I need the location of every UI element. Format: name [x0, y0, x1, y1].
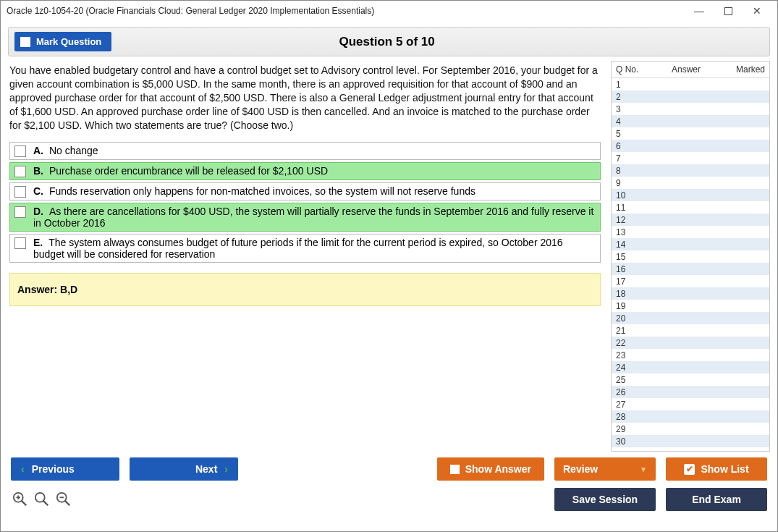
svg-line-7	[65, 501, 69, 505]
zoom-in-icon[interactable]	[12, 491, 28, 507]
list-row[interactable]: 8	[612, 164, 769, 177]
show-list-button[interactable]: ✔ Show List	[666, 457, 767, 481]
list-row[interactable]: 13	[612, 226, 769, 238]
mark-question-label: Mark Question	[36, 36, 101, 47]
list-row[interactable]: 22	[612, 337, 769, 349]
option-text: B. Purchase order encumbrance will be re…	[33, 165, 328, 177]
chevron-right-icon: ›	[224, 463, 228, 475]
col-answer-header: Answer	[651, 64, 722, 75]
list-row[interactable]: 11	[612, 201, 769, 214]
close-button[interactable]: ✕	[743, 2, 771, 20]
svg-line-1	[22, 501, 26, 505]
previous-button[interactable]: ‹ Previous	[11, 457, 119, 481]
option-row[interactable]: D. As there are cancellations for $400 U…	[9, 203, 601, 232]
list-row[interactable]: 14	[612, 238, 769, 250]
list-row[interactable]: 19	[612, 300, 769, 312]
mid-area: You have enabled budgetary control and h…	[8, 61, 770, 452]
option-checkbox[interactable]	[14, 145, 26, 157]
footer: ‹ Previous Next › Show Answer Review ▼	[8, 452, 770, 525]
answer-text: Answer: B,D	[17, 284, 77, 295]
list-row[interactable]: 28	[612, 410, 769, 423]
list-row[interactable]: 20	[612, 312, 769, 324]
show-answer-label: Show Answer	[465, 463, 531, 475]
list-row[interactable]: 21	[612, 324, 769, 337]
minimize-button[interactable]: —	[685, 2, 714, 20]
list-row[interactable]: 30	[612, 435, 769, 447]
option-row[interactable]: A. No change	[9, 142, 601, 160]
list-row[interactable]: 17	[612, 275, 769, 287]
show-answer-button[interactable]: Show Answer	[437, 457, 544, 481]
zoom-controls	[11, 491, 72, 507]
mark-question-button[interactable]: Mark Question	[14, 32, 111, 51]
mark-checkbox-icon	[20, 37, 30, 47]
maximize-button[interactable]	[714, 2, 743, 20]
svg-line-5	[43, 501, 48, 505]
option-checkbox[interactable]	[14, 186, 26, 198]
list-row[interactable]: 12	[612, 214, 769, 226]
square-icon	[450, 465, 460, 474]
chevron-left-icon: ‹	[21, 463, 25, 475]
zoom-icon[interactable]	[34, 491, 50, 507]
list-row[interactable]: 3	[612, 103, 769, 115]
svg-point-4	[35, 493, 45, 502]
previous-label: Previous	[32, 463, 75, 475]
list-row[interactable]: 5	[612, 127, 769, 140]
zoom-out-icon[interactable]	[56, 491, 72, 507]
question-text: You have enabled budgetary control and h…	[9, 64, 601, 132]
option-row[interactable]: B. Purchase order encumbrance will be re…	[9, 162, 601, 180]
option-text: D. As there are cancellations for $400 U…	[33, 206, 596, 229]
option-text: C. Funds reservation only happens for no…	[33, 185, 475, 197]
next-label: Next	[195, 463, 217, 475]
save-session-button[interactable]: Save Session	[554, 488, 656, 511]
col-marked-header: Marked	[722, 64, 765, 75]
list-row[interactable]: 7	[612, 152, 769, 164]
list-header: Q No. Answer Marked	[612, 62, 769, 78]
question-pane: You have enabled budgetary control and h…	[8, 61, 605, 452]
col-qno-header: Q No.	[616, 64, 651, 75]
answer-box: Answer: B,D	[9, 273, 601, 306]
title-bar: Oracle 1z0-1054-20 (Oracle Financials Cl…	[1, 1, 777, 21]
list-row[interactable]: 9	[612, 177, 769, 189]
question-title-wrap: Question 5 of 10	[111, 35, 662, 49]
list-row[interactable]: 24	[612, 361, 769, 373]
option-checkbox[interactable]	[14, 166, 26, 177]
chevron-down-icon: ▼	[640, 465, 647, 473]
list-row[interactable]: 23	[612, 349, 769, 361]
window-title: Oracle 1z0-1054-20 (Oracle Financials Cl…	[7, 6, 685, 16]
review-button[interactable]: Review ▼	[554, 457, 656, 481]
option-row[interactable]: C. Funds reservation only happens for no…	[9, 182, 601, 200]
option-checkbox[interactable]	[14, 206, 26, 218]
list-row[interactable]: 15	[612, 250, 769, 263]
list-row[interactable]: 29	[612, 423, 769, 435]
question-counter: Question 5 of 10	[339, 35, 435, 48]
end-exam-label: End Exam	[692, 494, 741, 505]
list-row[interactable]: 1	[612, 78, 769, 90]
review-label: Review	[563, 463, 598, 475]
list-row[interactable]: 16	[612, 263, 769, 275]
option-row[interactable]: E. The system always consumes budget of …	[9, 234, 601, 263]
content-area: Mark Question Question 5 of 10 You have …	[1, 21, 777, 531]
list-row[interactable]: 2	[612, 90, 769, 103]
list-row[interactable]: 25	[612, 373, 769, 386]
checked-box-icon: ✔	[684, 464, 695, 475]
list-row[interactable]: 27	[612, 398, 769, 410]
next-button[interactable]: Next ›	[130, 457, 238, 481]
list-row[interactable]: 18	[612, 287, 769, 300]
list-row[interactable]: 26	[612, 386, 769, 398]
list-row[interactable]: 10	[612, 189, 769, 201]
list-row[interactable]: 4	[612, 115, 769, 127]
option-text: E. The system always consumes budget of …	[33, 237, 596, 260]
options-list: A. No changeB. Purchase order encumbranc…	[9, 142, 601, 263]
list-row[interactable]: 6	[612, 140, 769, 152]
option-checkbox[interactable]	[14, 237, 26, 249]
question-list-panel: Q No. Answer Marked 12345678910111213141…	[611, 61, 770, 452]
option-text: A. No change	[33, 145, 98, 156]
show-list-label: Show List	[701, 463, 748, 475]
end-exam-button[interactable]: End Exam	[666, 488, 767, 511]
question-header: Mark Question Question 5 of 10	[8, 27, 770, 56]
list-body[interactable]: 1234567891011121314151617181920212223242…	[612, 78, 769, 451]
app-window: Oracle 1z0-1054-20 (Oracle Financials Cl…	[0, 0, 778, 532]
save-session-label: Save Session	[572, 494, 638, 505]
